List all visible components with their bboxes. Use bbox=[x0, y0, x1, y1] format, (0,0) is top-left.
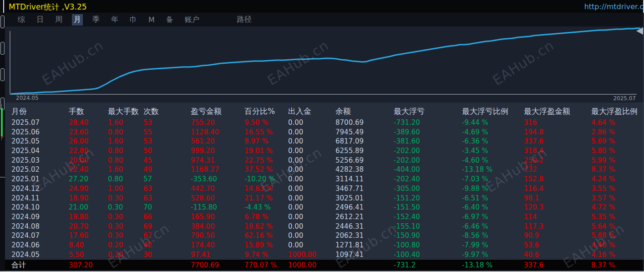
toolbar-handle-icon[interactable] bbox=[0, 68, 5, 81]
menu-item-day[interactable]: 日 bbox=[35, 14, 46, 26]
cell: 0.30 bbox=[108, 203, 143, 212]
menu-item-week[interactable]: 周 bbox=[53, 14, 64, 26]
cell: 5.80 % bbox=[591, 146, 644, 156]
cell: 49 bbox=[143, 165, 191, 174]
menu-item-m[interactable]: M bbox=[147, 15, 157, 25]
cell-month: 2024.10 bbox=[11, 203, 69, 212]
toolbar-handle-icon[interactable] bbox=[0, 42, 5, 55]
cell: 232 bbox=[524, 165, 591, 174]
cell-month: 2024.07 bbox=[11, 231, 69, 241]
cell: -9.88 % bbox=[462, 184, 524, 194]
cell: 0.80 bbox=[108, 128, 143, 137]
vendor-url-link[interactable]: http://mtdriver.c bbox=[584, 2, 644, 11]
column-header: 最大浮亏比例 bbox=[462, 106, 524, 118]
cell: 5.35 % bbox=[591, 212, 644, 222]
cell: 21.00 bbox=[69, 203, 108, 212]
monthly-stats-table: 月份手数最大手数次数盈亏金额百分比%出入金余额最大浮亏最大浮亏比例最大浮盈金额最… bbox=[5, 103, 644, 272]
cell: -4.60 % bbox=[462, 156, 524, 165]
cell: 1097.41 bbox=[335, 250, 394, 260]
cell: -731.20 bbox=[394, 118, 462, 128]
cell: 6817.09 bbox=[335, 137, 394, 146]
cell: 2446.31 bbox=[335, 222, 394, 231]
menu-item-summary[interactable]: 综 bbox=[16, 14, 27, 26]
cell: 3025.01 bbox=[335, 194, 394, 203]
cell: -305.00 bbox=[394, 184, 462, 194]
cell: 97.41 bbox=[191, 250, 244, 260]
cell: 307.20 bbox=[69, 260, 108, 271]
cell: 0.20 bbox=[108, 241, 143, 250]
cell: -6.97 % bbox=[462, 212, 524, 222]
cell: 316 bbox=[524, 118, 591, 128]
x-axis-end-label: 2025.07 bbox=[613, 95, 636, 102]
cell: -152.40 bbox=[394, 212, 462, 222]
cell: -9.97 % bbox=[462, 250, 524, 260]
cell: 18.90 bbox=[69, 194, 108, 203]
candlestick-bar bbox=[1, 108, 3, 136]
cell-month: 2025.05 bbox=[11, 137, 69, 146]
cell: 194.8 bbox=[524, 128, 591, 137]
table-row: 2024.055.500.203097.419.74 %1000.001097.… bbox=[5, 250, 644, 260]
cell-month: 2024.12 bbox=[11, 184, 69, 194]
cell: 2062.31 bbox=[335, 231, 394, 241]
cell: 19.80 bbox=[69, 212, 108, 222]
cell: 5.69 % bbox=[591, 137, 644, 146]
toolbar-handle-icon[interactable] bbox=[0, 15, 5, 28]
column-header: 百分比% bbox=[244, 106, 288, 118]
cell: 20.70 bbox=[69, 222, 108, 231]
title-bar: MTDriver统计 ,V3.25 http://mtdriver.c bbox=[5, 0, 644, 13]
table-row: 2025.0422.800.8050999.2019.01 %0.006255.… bbox=[5, 146, 644, 156]
cell: 974.31 bbox=[191, 156, 244, 165]
table-row: 2024.1118.900.3063528.6021.17 %0.003025.… bbox=[5, 194, 644, 203]
cell: 6255.89 bbox=[335, 146, 394, 156]
cell-month: 合计 bbox=[11, 260, 69, 271]
table-row: 2025.0127.200.8057-353.60-10.20 %0.00311… bbox=[5, 174, 644, 184]
cell: -6.46 % bbox=[462, 222, 524, 231]
cell: 26.00 bbox=[69, 137, 108, 146]
cell: 5.99 % bbox=[591, 156, 644, 165]
cell: 114 bbox=[524, 212, 591, 222]
menu-item-quarter[interactable]: 季 bbox=[91, 14, 101, 26]
cell bbox=[143, 260, 191, 271]
cell: 0.30 bbox=[108, 231, 143, 241]
cell: 318.4 bbox=[524, 146, 591, 156]
cell: 3114.11 bbox=[335, 174, 394, 184]
cell: 20.00 bbox=[69, 156, 108, 165]
table-header-row: 月份手数最大手数次数盈亏金额百分比%出入金余额最大浮亏最大浮亏比例最大浮盈金额最… bbox=[5, 103, 644, 118]
cell: 53.6 bbox=[524, 241, 591, 250]
table-row: 2024.1224.901.0063442.7014.63 %0.003467.… bbox=[5, 184, 644, 194]
column-header: 最大浮亏 bbox=[394, 106, 462, 118]
cell: 0.00 bbox=[288, 241, 335, 250]
table-total-row: 合计307.207700.69770.07 %1000.00-731.2-13.… bbox=[5, 260, 644, 271]
cell: 1.60 bbox=[108, 137, 143, 146]
cell: 17.60 bbox=[69, 231, 108, 241]
x-axis-start-label: 2024.05 bbox=[16, 95, 39, 101]
column-header: 最大手数 bbox=[108, 106, 143, 118]
cell: -353.60 bbox=[191, 174, 244, 184]
cell: 37.52 % bbox=[244, 165, 288, 174]
cell: 27.20 bbox=[69, 174, 108, 184]
cell: 4282.38 bbox=[335, 165, 394, 174]
cell: 63 bbox=[143, 194, 191, 203]
menu-item-path[interactable]: 路径 bbox=[235, 14, 254, 26]
cell: 442.70 bbox=[191, 184, 244, 194]
menu-item-account[interactable]: 账户 bbox=[183, 14, 201, 26]
menu-item-year[interactable]: 年 bbox=[109, 14, 120, 26]
cell: -202.00 bbox=[394, 146, 462, 156]
menu-item-jin[interactable]: 巾 bbox=[128, 14, 139, 26]
cell: -3.45 % bbox=[462, 146, 524, 156]
column-header: 手数 bbox=[69, 106, 108, 118]
cell: 9.74 % bbox=[244, 250, 288, 260]
cell: 0.00 bbox=[288, 222, 335, 231]
cell: 1000.00 bbox=[288, 250, 335, 260]
cell-month: 2024.08 bbox=[11, 222, 69, 231]
cell: 0.00 bbox=[288, 137, 335, 146]
cell: -6.40 % bbox=[462, 203, 524, 212]
cell: 117.3 bbox=[524, 222, 591, 231]
cell: 66 bbox=[143, 212, 191, 222]
cell-month: 2024.06 bbox=[11, 241, 69, 250]
cell: -404.00 bbox=[394, 165, 462, 174]
menu-item-backup[interactable]: 备 bbox=[164, 14, 175, 26]
cell: 21.17 % bbox=[244, 194, 288, 203]
column-header: 月份 bbox=[11, 106, 69, 118]
menu-item-month[interactable]: 月 bbox=[72, 14, 83, 26]
